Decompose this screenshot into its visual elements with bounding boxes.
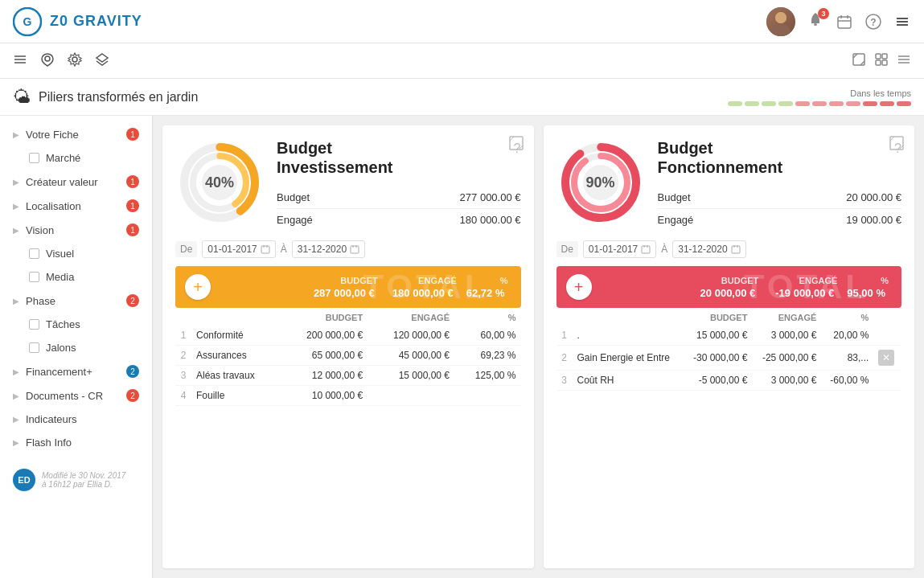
row-label: Aléas travaux xyxy=(191,366,281,386)
total-engage-fonct: -19 000,00 € xyxy=(765,287,837,299)
budget-col-header: BUDGET xyxy=(340,276,377,285)
sidebar-badge: 1 xyxy=(126,199,139,212)
calendar-button[interactable] xyxy=(836,13,853,31)
main-layout: ▶Votre Fiche1Marché▶Créateur valeur1▶Loc… xyxy=(0,116,924,578)
row-budget: -30 000,00 € xyxy=(683,346,752,371)
add-button-invest[interactable]: + xyxy=(185,274,211,300)
page-status: Dans les temps xyxy=(728,88,911,106)
total-pct-fonct: 95,00 % xyxy=(844,287,889,299)
menu-button[interactable] xyxy=(893,13,911,31)
toolbar-grid-icon[interactable] xyxy=(874,52,889,70)
row-num: 2 xyxy=(175,346,191,366)
expand-button-invest[interactable] xyxy=(508,135,524,154)
table-row[interactable]: 4 Fouille 10 000,00 € xyxy=(175,386,521,406)
sidebar-item-jalons[interactable]: Jalons xyxy=(0,336,152,359)
app-name: z0 GRAVITY xyxy=(50,13,142,30)
table-row[interactable]: 1 . 15 000,00 € 3 000,00 € 20,00 % xyxy=(556,326,902,346)
toolbar-settings-icon[interactable] xyxy=(68,52,82,70)
card-title-fonct: Budget Fonctionnement xyxy=(658,138,783,177)
donut-fonct: 90% xyxy=(556,138,645,227)
donut-invest: 40% xyxy=(175,138,264,227)
status-text: Dans les temps xyxy=(850,88,911,98)
expand-button-fonct[interactable] xyxy=(889,135,905,154)
date-from-label-invest: De xyxy=(175,241,197,257)
sidebar-item-media[interactable]: Media xyxy=(0,265,152,289)
sidebar-label: Documents - CR xyxy=(26,390,120,402)
row-pct: 20,00 % xyxy=(821,326,873,346)
expand-icon xyxy=(508,135,524,151)
sidebar-badge: 2 xyxy=(126,365,139,378)
notifications-button[interactable]: 3 xyxy=(807,11,824,31)
date-from-input-fonct[interactable]: 01-01-2017 xyxy=(583,240,656,258)
close-row-button[interactable]: ✕ xyxy=(878,350,894,366)
sidebar-item-visuel[interactable]: Visuel xyxy=(0,242,152,265)
toolbar-right xyxy=(852,52,911,70)
sidebar-checkbox[interactable] xyxy=(29,272,39,282)
date-to-input-fonct[interactable]: 31-12-2020 xyxy=(672,240,745,258)
avatar[interactable] xyxy=(766,7,795,36)
engage-th-invest: ENGAGÉ xyxy=(368,309,454,326)
row-num: 1 xyxy=(556,326,573,346)
row-pct: 60,00 % xyxy=(454,326,520,346)
sidebar-checkbox[interactable] xyxy=(29,342,39,353)
sidebar-label: Vision xyxy=(26,224,120,236)
sidebar-item-localisation[interactable]: ▶Localisation1 xyxy=(0,194,152,218)
date-to-input-invest[interactable]: 31-12-2020 xyxy=(292,240,365,258)
sidebar-item-flash-info[interactable]: ▶Flash Info xyxy=(0,431,152,454)
sidebar-item-votre-fiche[interactable]: ▶Votre Fiche1 xyxy=(0,122,152,146)
sidebar-label: Tâches xyxy=(46,318,139,330)
sidebar-item-indicateurs[interactable]: ▶Indicateurs xyxy=(0,408,152,431)
help-button[interactable]: ? xyxy=(864,13,882,31)
svg-point-3 xyxy=(771,24,791,36)
sidebar-item-documents-cr[interactable]: ▶Documents - CR2 xyxy=(0,383,152,408)
sidebar-item-marche[interactable]: Marché xyxy=(0,146,152,170)
date-from-input-invest[interactable]: 01-01-2017 xyxy=(202,240,275,258)
sidebar-item-vision[interactable]: ▶Vision1 xyxy=(0,218,152,242)
sidebar-label: Visuel xyxy=(46,248,139,260)
total-row-fonct: + TOTAL BUDGET 20 000,00 € ENGAGÉ -19 00… xyxy=(556,266,902,308)
sidebar-item-phase[interactable]: ▶Phase2 xyxy=(0,289,152,313)
collapse-icon: ▶ xyxy=(13,202,19,211)
add-button-fonct[interactable]: + xyxy=(566,274,592,300)
row-pct xyxy=(454,386,520,406)
table-row[interactable]: 3 Coût RH -5 000,00 € 3 000,00 € -60,00 … xyxy=(556,371,902,391)
sidebar-badge: 1 xyxy=(126,223,139,236)
sidebar-item-financement[interactable]: ▶Financement+2 xyxy=(0,359,152,383)
toolbar-left xyxy=(13,52,109,70)
main-content: 40% Budget Investissement ? Budget 277 0… xyxy=(153,116,924,578)
sidebar-checkbox[interactable] xyxy=(29,248,39,259)
sidebar-item-createur-valeur[interactable]: ▶Créateur valeur1 xyxy=(0,170,152,194)
sidebar-checkbox[interactable] xyxy=(29,153,39,163)
avatar-image xyxy=(766,7,795,36)
toolbar-more-icon[interactable] xyxy=(897,52,911,70)
collapse-icon: ▶ xyxy=(13,297,19,305)
user-avatar: ED xyxy=(13,469,35,491)
sidebar-badge: 2 xyxy=(126,294,139,307)
status-dot xyxy=(863,101,877,106)
engage-info-row-invest: Engagé 180 000.00 € xyxy=(277,209,521,231)
card-info-invest: Budget Investissement ? Budget 277 000.0… xyxy=(277,138,521,231)
toolbar-expand-icon[interactable] xyxy=(852,52,866,70)
row-label: Assurances xyxy=(191,346,281,366)
sidebar-checkbox[interactable] xyxy=(29,319,39,330)
calendar-icon xyxy=(836,13,853,31)
card-info-fonct: Budget Fonctionnement ? Budget 20 000.00… xyxy=(658,138,902,231)
toolbar-menu-icon[interactable] xyxy=(13,52,27,70)
table-row[interactable]: 3 Aléas travaux 12 000,00 € 15 000,00 € … xyxy=(175,366,521,386)
table-row[interactable]: 2 Gain Energie et Entre -30 000,00 € -25… xyxy=(556,346,902,371)
sidebar-badge: 1 xyxy=(126,128,139,141)
expand-icon-fonct xyxy=(889,135,905,151)
toolbar-layers-icon[interactable] xyxy=(95,52,109,70)
sidebar-item-taches[interactable]: Tâches xyxy=(0,313,152,336)
sidebar-label: Localisation xyxy=(26,200,120,212)
svg-text:G: G xyxy=(23,15,32,28)
svg-rect-22 xyxy=(876,54,881,59)
table-row[interactable]: 2 Assurances 65 000,00 € 45 000,00 € 69,… xyxy=(175,346,521,366)
toolbar-location-icon[interactable] xyxy=(40,52,55,70)
status-dot xyxy=(846,101,860,106)
budget-info-row-fonct: Budget 20 000.00 € xyxy=(658,187,902,209)
status-dot xyxy=(728,101,742,106)
budget-table-fonct: BUDGET ENGAGÉ % 1 . 15 000,00 € 3 000,00… xyxy=(556,309,902,391)
status-dot xyxy=(880,101,894,106)
table-row[interactable]: 1 Conformité 200 000,00 € 120 000,00 € 6… xyxy=(175,326,521,346)
